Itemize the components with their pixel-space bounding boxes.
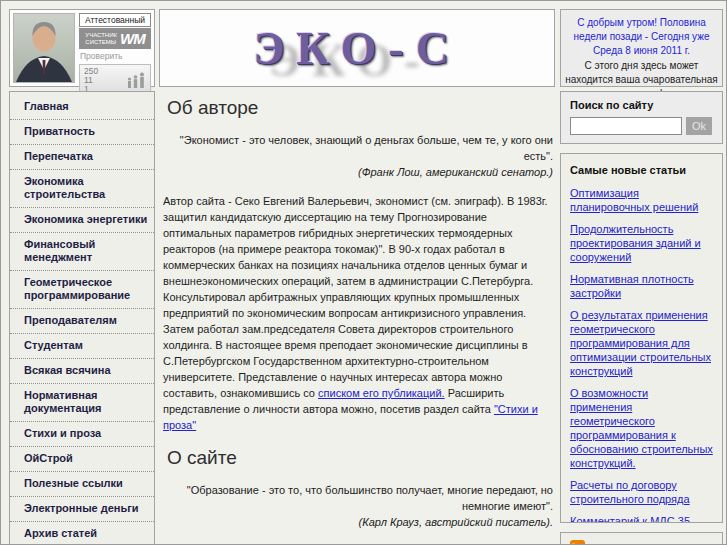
epigraph-text: "Экономист - это человек, знающий о день… xyxy=(180,134,553,162)
site-logo-banner: ЭКО-С ЭКО-С xyxy=(159,9,555,87)
site-epigraph-attribution: (Карл Крауз, австрийский писатель). xyxy=(359,516,553,528)
right-column: Поиск по сайту Ok Самые новые статьи Опт… xyxy=(560,91,723,545)
main-content: Об авторе "Экономист - это человек, знаю… xyxy=(161,89,555,545)
about-site-title: О сайте xyxy=(167,447,555,469)
wm-banner[interactable]: УЧАСТНИК СИСТЕМЫ WM xyxy=(79,28,151,49)
newest-articles-title: Самые новые статьи xyxy=(570,164,713,176)
search-ok-button[interactable]: Ok xyxy=(686,117,712,135)
sidebar-item-home[interactable]: Главная xyxy=(10,95,154,120)
article-link-1[interactable]: Продолжительность проектирования зданий … xyxy=(570,222,713,264)
wm-logo: WM xyxy=(120,30,145,47)
sidebar-item-construction-economics[interactable]: Экономика строительства xyxy=(10,170,154,208)
wm-member-label: УЧАСТНИК СИСТЕМЫ xyxy=(85,32,117,46)
header-author-badge: Аттестованный УЧАСТНИК СИСТЕМЫ WM Провер… xyxy=(9,9,155,87)
sidebar-item-reprint[interactable]: Перепечатка xyxy=(10,145,154,170)
about-author-paragraph: Автор сайта - Секо Евгений Валерьевич, э… xyxy=(163,193,555,433)
article-link-0[interactable]: Оптимизация планировочных решений xyxy=(570,186,713,214)
sidebar-item-financial-management[interactable]: Финансовый менеджмент xyxy=(10,233,154,271)
sidebar-item-geometric-programming[interactable]: Геометрическое программирование xyxy=(10,271,154,309)
sidebar-item-article-archive[interactable]: Архив статей xyxy=(10,522,154,545)
sidebar-item-for-teachers[interactable]: Преподавателям xyxy=(10,309,154,334)
sidebar-item-e-money[interactable]: Электронные деньги xyxy=(10,497,154,522)
article-link-4[interactable]: О возможности применения геометрического… xyxy=(570,386,713,470)
sidebar-item-misc[interactable]: Всякая всячина xyxy=(10,359,154,384)
site-epigraph-text: "Образование - это то, что большинство п… xyxy=(187,484,553,512)
sidebar-item-privacy[interactable]: Приватность xyxy=(10,120,154,145)
search-title: Поиск по сайту xyxy=(570,99,713,111)
about-author-title: Об авторе xyxy=(167,97,555,119)
epigraph-attribution: (Франк Лош, американский сенатор.) xyxy=(358,166,553,178)
site-logo: ЭКО-С xyxy=(253,23,461,74)
newest-articles: Самые новые статьи Оптимизация планирово… xyxy=(560,153,723,523)
article-link-2[interactable]: Нормативная плотность застройки xyxy=(570,272,713,300)
sidebar-item-useful-links[interactable]: Полезные ссылки xyxy=(10,472,154,497)
wm-certified-label[interactable]: Аттестованный xyxy=(79,13,151,27)
sidebar-item-normative-docs[interactable]: Нормативная документация xyxy=(10,384,154,422)
sidebar-item-oistroy[interactable]: ОйСтрой xyxy=(10,447,154,472)
site-search: Поиск по сайту Ok xyxy=(560,91,723,144)
publications-link[interactable]: списком его публикаций. xyxy=(318,387,445,399)
page: Аттестованный УЧАСТНИК СИСТЕМЫ WM Провер… xyxy=(0,0,727,545)
site-epigraph: "Образование - это то, что большинство п… xyxy=(161,482,553,530)
sidebar-item-poems-prose[interactable]: Стихи и проза xyxy=(10,422,154,447)
article-link-6[interactable]: Комментарий к МДС 35 xyxy=(570,514,713,523)
greeting-box: С добрым утром! Половина недели позади -… xyxy=(560,9,723,87)
left-nav: Главная Приватность Перепечатка Экономик… xyxy=(9,91,155,545)
sidebar-item-for-students[interactable]: Студентам xyxy=(10,334,154,359)
author-epigraph: "Экономист - это человек, знающий о день… xyxy=(161,132,553,180)
search-input[interactable] xyxy=(570,117,682,135)
article-link-5[interactable]: Расчеты по договору строительного подряд… xyxy=(570,478,713,506)
author-photo xyxy=(13,13,75,83)
greeting-date-text: С добрым утром! Половина недели позади -… xyxy=(565,16,718,58)
people-counter-icon xyxy=(126,72,146,90)
article-link-3[interactable]: О результатах применения геометрического… xyxy=(570,308,713,378)
sidebar-item-energy-economics[interactable]: Экономика энергетики xyxy=(10,208,154,233)
wm-verify-link[interactable]: Проверить xyxy=(80,51,151,61)
rss-box: RSS Статьи xyxy=(560,532,723,545)
rss-icon xyxy=(570,540,585,545)
author-bio-text: Автор сайта - Секо Евгений Валерьевич, э… xyxy=(163,195,548,399)
